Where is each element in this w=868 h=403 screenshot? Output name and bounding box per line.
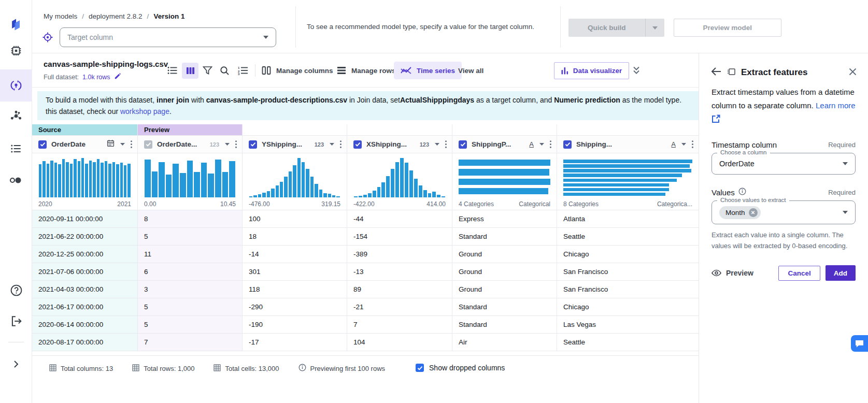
collapse-toolbar-icon[interactable]	[632, 66, 641, 77]
table-cell: -190	[242, 316, 347, 334]
help-icon[interactable]	[0, 274, 32, 306]
breadcrumb-item[interactable]: Version 1	[153, 12, 184, 20]
cancel-button[interactable]: Cancel	[778, 266, 820, 281]
histogram-bar	[215, 160, 221, 197]
breadcrumb-item[interactable]: My models	[44, 12, 77, 20]
column-checkbox[interactable]	[144, 140, 152, 149]
footer-stat: Total columns: 13	[49, 364, 113, 373]
histogram-range: 0.0010.45	[144, 200, 236, 208]
column-view-icon-active[interactable]	[182, 53, 198, 88]
view-all-button[interactable]: View all	[458, 53, 483, 88]
data-visualizer-button[interactable]: Data visualizer	[554, 62, 629, 79]
search-icon[interactable]	[220, 53, 230, 88]
target-hint-text: To see a recommended model type, specify…	[307, 0, 550, 53]
footer-stat: Previewing first 100 rows	[298, 364, 386, 373]
quick-build-caret[interactable]	[645, 19, 664, 37]
external-link-icon[interactable]	[712, 114, 720, 127]
column-menu-icon[interactable]	[550, 140, 551, 148]
rows-count-link[interactable]: 1.0k rows	[82, 74, 110, 81]
automations-molecule-icon[interactable]	[0, 100, 32, 133]
column-checkbox[interactable]	[38, 140, 47, 149]
workshop-page-link[interactable]: workshop page	[120, 107, 169, 116]
column-menu-icon[interactable]	[340, 140, 341, 148]
timestamp-column-label: Timestamp column	[712, 140, 777, 149]
manage-rows-button[interactable]: Manage rows	[337, 53, 396, 88]
category-bar	[563, 174, 682, 177]
column-checkbox[interactable]	[353, 140, 362, 149]
column-menu-icon[interactable]	[445, 140, 447, 148]
histogram-bar	[145, 160, 151, 197]
numbered-list-icon[interactable]: 123	[238, 53, 248, 88]
chat-widget-icon[interactable]	[851, 335, 868, 352]
table-cell: 8	[137, 210, 242, 228]
preview-model-button[interactable]: Preview model	[674, 19, 782, 37]
compare-circles-icon[interactable]	[0, 164, 32, 196]
chip-remove-icon[interactable]: ✕	[749, 208, 758, 217]
chevron-down-icon	[843, 211, 848, 214]
histogram-bar	[229, 161, 235, 197]
quick-build-button[interactable]: Quick build	[568, 19, 645, 37]
logout-icon[interactable]	[0, 305, 32, 337]
expand-sidebar-icon[interactable]	[0, 348, 32, 380]
learn-more-link[interactable]: Learn more	[816, 101, 856, 110]
table-cell: -17	[242, 334, 347, 351]
column-checkbox[interactable]	[459, 140, 467, 149]
breadcrumb[interactable]: My models/deployment 2.8.2/Version 1	[44, 12, 184, 20]
histogram-bar	[437, 195, 440, 197]
column-type-icon: A	[529, 140, 534, 148]
histogram-bar	[70, 164, 73, 197]
models-icon[interactable]	[0, 69, 32, 102]
category-bar	[459, 188, 548, 194]
column-checkbox[interactable]	[249, 140, 257, 149]
table-cell: -13	[347, 263, 452, 281]
timestamp-column-select[interactable]: Choose a column OrderDate	[712, 153, 856, 175]
chevron-down-icon[interactable]	[225, 143, 230, 146]
category-bar	[459, 169, 549, 175]
column-menu-icon[interactable]	[235, 140, 237, 148]
chevron-down-icon[interactable]	[681, 143, 686, 146]
list-icon[interactable]	[0, 133, 32, 165]
required-badge: Required	[828, 189, 856, 196]
column-name: XShipping...	[366, 140, 407, 148]
chevron-down-icon[interactable]	[539, 143, 544, 146]
show-dropped-columns-toggle[interactable]: Show dropped columns	[416, 364, 505, 372]
table-cell: 2020-08-17 00:00:00	[32, 334, 137, 351]
column-menu-icon[interactable]	[692, 140, 693, 148]
values-select[interactable]: Choose values to extract Month✕	[712, 200, 856, 224]
column-menu-icon[interactable]	[131, 140, 132, 148]
chevron-down-icon	[843, 162, 848, 165]
time-series-button[interactable]: Time series	[394, 62, 462, 79]
back-arrow-icon[interactable]	[712, 67, 721, 78]
column-type-icon	[107, 139, 115, 149]
chevron-down-icon[interactable]	[435, 143, 439, 146]
info-icon	[738, 188, 746, 197]
histogram-bar	[310, 177, 314, 197]
chevron-down-icon[interactable]	[120, 143, 125, 146]
category-bar	[459, 160, 550, 166]
edit-pencil-icon[interactable]	[114, 73, 121, 81]
column-header-controls: 123	[210, 140, 237, 148]
histogram-bar	[222, 172, 229, 197]
row-view-icon[interactable]	[167, 53, 178, 88]
breadcrumb-item[interactable]: deployment 2.8.2	[89, 12, 143, 20]
column-header: YShipping...123	[242, 136, 347, 153]
target-crosshair-icon	[42, 32, 53, 45]
histogram-bar	[319, 190, 322, 197]
datasets-chip-icon[interactable]	[0, 35, 32, 67]
show-dropped-checkbox[interactable]	[416, 364, 424, 372]
filter-icon[interactable]	[203, 53, 212, 88]
column-name: OrderDate	[51, 140, 86, 148]
target-column-select[interactable]: Target column	[60, 27, 276, 47]
histogram-bar	[368, 193, 372, 197]
chevron-down-icon[interactable]	[330, 143, 334, 146]
preview-toggle[interactable]: Preview	[712, 269, 753, 277]
range-min: 0.00	[144, 200, 156, 208]
histogram-bar	[405, 163, 408, 197]
manage-columns-button[interactable]: Manage columns	[262, 53, 333, 88]
column-name: YShipping...	[262, 140, 302, 148]
work-area: canvas-sample-shipping-logs.csv Full dat…	[32, 53, 699, 403]
histogram-bar	[58, 164, 61, 197]
add-button[interactable]: Add	[826, 265, 856, 281]
close-icon[interactable]	[849, 68, 857, 78]
column-checkbox[interactable]	[563, 140, 572, 149]
